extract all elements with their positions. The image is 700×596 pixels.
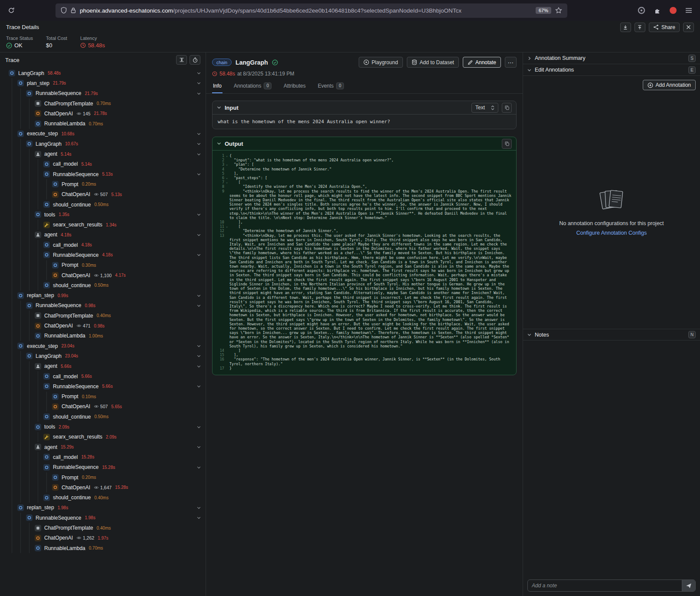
tree-row-call_model[interactable]: call_model5.66s: [0, 371, 206, 381]
expand-chevron-icon[interactable]: [196, 515, 201, 520]
tree-row-ChatPromptTemplate[interactable]: ChatPromptTemplate0.40ms: [0, 523, 206, 533]
expand-chevron-icon[interactable]: [196, 293, 201, 298]
expand-chevron-icon[interactable]: [196, 152, 201, 157]
add-to-dataset-button[interactable]: Add to Dataset: [407, 57, 459, 68]
timer-button[interactable]: [190, 55, 200, 65]
expand-chevron-icon[interactable]: [196, 172, 201, 177]
tree-row-replan_step[interactable]: replan_step1.98s: [0, 503, 206, 513]
expand-chevron-icon[interactable]: [196, 131, 201, 136]
zoom-badge[interactable]: 67%: [536, 7, 551, 14]
input-mode-select[interactable]: Text: [471, 103, 498, 113]
tree-row-RunnableLambda[interactable]: RunnableLambda1.00ms: [0, 331, 206, 341]
tree-row-ChatOpenAI[interactable]: ChatOpenAI5075.13s: [0, 190, 206, 200]
lock-icon[interactable]: [71, 7, 76, 13]
jump-up-button[interactable]: [635, 23, 645, 32]
tree-row-Prompt[interactable]: Prompt0.10ms: [0, 392, 206, 402]
bookmark-star-icon[interactable]: [555, 7, 562, 14]
expand-chevron-icon[interactable]: [196, 81, 201, 85]
tree-row-tools[interactable]: tools1.35s: [0, 210, 206, 219]
expand-chevron-icon[interactable]: [196, 425, 201, 429]
tree-row-agent[interactable]: agent15.29s: [0, 442, 206, 452]
tree-row-Prompt[interactable]: Prompt0.20ms: [0, 472, 206, 482]
expand-chevron-icon[interactable]: [196, 233, 201, 237]
expand-chevron-icon[interactable]: [196, 505, 201, 510]
share-button[interactable]: Share: [649, 23, 680, 32]
extensions-puzzle-icon[interactable]: [654, 7, 661, 14]
playground-button[interactable]: Playground: [359, 57, 403, 68]
tree-row-RunnableSequence[interactable]: RunnableSequence0.98s: [0, 301, 206, 311]
tree-row-RunnableSequence[interactable]: RunnableSequence15.28s: [0, 462, 206, 472]
output-copy-button[interactable]: [502, 139, 512, 149]
tree-row-should_continue[interactable]: should_continue0.50ms: [0, 412, 206, 422]
tree-row-RunnableSequence[interactable]: RunnableSequence5.13s: [0, 169, 206, 179]
more-options-button[interactable]: ⋯: [505, 57, 517, 68]
tree-row-RunnableSequence[interactable]: RunnableSequence4.18s: [0, 250, 206, 260]
expand-chevron-icon[interactable]: [196, 141, 201, 146]
tree-row-RunnableSequence[interactable]: RunnableSequence1.98s: [0, 513, 206, 523]
tree-row-Prompt[interactable]: Prompt0.30ms: [0, 260, 206, 270]
expand-chevron-icon[interactable]: [196, 252, 201, 257]
shield-icon[interactable]: [61, 7, 67, 14]
tree-row-ChatPromptTemplate[interactable]: ChatPromptTemplate0.40ms: [0, 311, 206, 321]
fold-chevron-icon[interactable]: ⌄: [224, 180, 229, 184]
output-collapse-icon[interactable]: [217, 141, 221, 146]
close-button[interactable]: [683, 23, 694, 32]
expand-chevron-icon[interactable]: [196, 354, 201, 358]
annotate-button[interactable]: Annotate: [463, 57, 501, 68]
add-annotation-button[interactable]: Add Annotation: [643, 80, 696, 90]
tree-row-call_model[interactable]: call_model15.28s: [0, 452, 206, 462]
menu-icon[interactable]: [685, 7, 692, 13]
tree-row-RunnableLambda[interactable]: RunnableLambda0.70ms: [0, 543, 206, 553]
input-copy-button[interactable]: [502, 103, 512, 113]
tree-row-searx_search_results[interactable]: searx_search_results2.09s: [0, 432, 206, 442]
tree-row-call_model[interactable]: call_model4.18s: [0, 240, 206, 250]
tree-row-ChatOpenAI[interactable]: ChatOpenAI1,2621.97s: [0, 533, 206, 543]
tree-row-replan_step[interactable]: replan_step0.99s: [0, 291, 206, 301]
fold-chevron-icon[interactable]: ⌄: [224, 162, 229, 167]
tree-row-should_continue[interactable]: should_continue0.50ms: [0, 280, 206, 290]
notes-row[interactable]: Notes N: [523, 329, 700, 341]
tree-row-plan_step[interactable]: plan_step21.79s: [0, 78, 206, 88]
tree-row-agent[interactable]: agent4.18s: [0, 230, 206, 240]
expand-chevron-icon[interactable]: [196, 212, 201, 217]
expand-chevron-icon[interactable]: [196, 71, 201, 75]
tree-row-execute_step[interactable]: execute_step23.04s: [0, 341, 206, 351]
expand-chevron-icon[interactable]: [196, 344, 201, 348]
tree-row-LangGraph[interactable]: LangGraph10.67s: [0, 139, 206, 149]
extension-badge-icon[interactable]: [669, 7, 677, 14]
tree-row-should_continue[interactable]: should_continue0.40ms: [0, 492, 206, 502]
expand-chevron-icon[interactable]: [196, 384, 201, 389]
expand-chevron-icon[interactable]: [196, 91, 201, 96]
tree-row-searx_search_results[interactable]: searx_search_results1.34s: [0, 219, 206, 229]
tree-row-ChatOpenAI[interactable]: ChatOpenAI1,64715.28s: [0, 482, 206, 492]
tree-row-ChatOpenAI[interactable]: ChatOpenAI5075.65s: [0, 402, 206, 412]
annotation-summary-row[interactable]: Annotation Summary S: [523, 52, 700, 64]
tree-row-Prompt[interactable]: Prompt0.20ms: [0, 179, 206, 189]
expand-chevron-icon[interactable]: [196, 303, 201, 308]
tree-row-agent[interactable]: agent5.14s: [0, 149, 206, 159]
input-collapse-icon[interactable]: [217, 105, 221, 110]
tree-row-ChatOpenAI[interactable]: ChatOpenAI14521.78s: [0, 108, 206, 118]
jump-down-button[interactable]: [620, 23, 631, 32]
tree-row-RunnableLambda[interactable]: RunnableLambda0.70ms: [0, 118, 206, 128]
configure-annotation-configs-link[interactable]: Configure Annotation Configs: [576, 230, 647, 236]
tab-info[interactable]: Info: [212, 80, 222, 93]
expand-chevron-icon[interactable]: [196, 465, 201, 470]
tree-row-execute_step[interactable]: execute_step10.68s: [0, 129, 206, 139]
fold-chevron-icon[interactable]: ⌄: [224, 224, 229, 229]
expand-chevron-icon[interactable]: [196, 445, 201, 449]
url-bar[interactable]: phoenix.advanced-eschatonics.com/project…: [56, 3, 567, 18]
tree-row-ChatPromptTemplate[interactable]: ChatPromptTemplate0.70ms: [0, 98, 206, 108]
tree-row-ChatOpenAI[interactable]: ChatOpenAI4710.98s: [0, 321, 206, 331]
fold-chevron-icon[interactable]: ⌄: [224, 176, 229, 180]
tree-row-call_model[interactable]: call_model5.14s: [0, 159, 206, 169]
tree-row-LangGraph[interactable]: LangGraph58.48s: [0, 68, 206, 78]
tab-annotations[interactable]: Annotations0: [233, 80, 272, 93]
tree-row-tools[interactable]: tools2.09s: [0, 422, 206, 432]
collapse-spans-button[interactable]: [176, 55, 187, 65]
tree-row-RunnableSequence[interactable]: RunnableSequence5.66s: [0, 381, 206, 391]
send-note-button[interactable]: [682, 580, 695, 591]
tree-row-agent[interactable]: agent5.66s: [0, 361, 206, 371]
expand-chevron-icon[interactable]: [196, 364, 201, 369]
tree-row-ChatOpenAI[interactable]: ChatOpenAI1,1004.17s: [0, 270, 206, 280]
